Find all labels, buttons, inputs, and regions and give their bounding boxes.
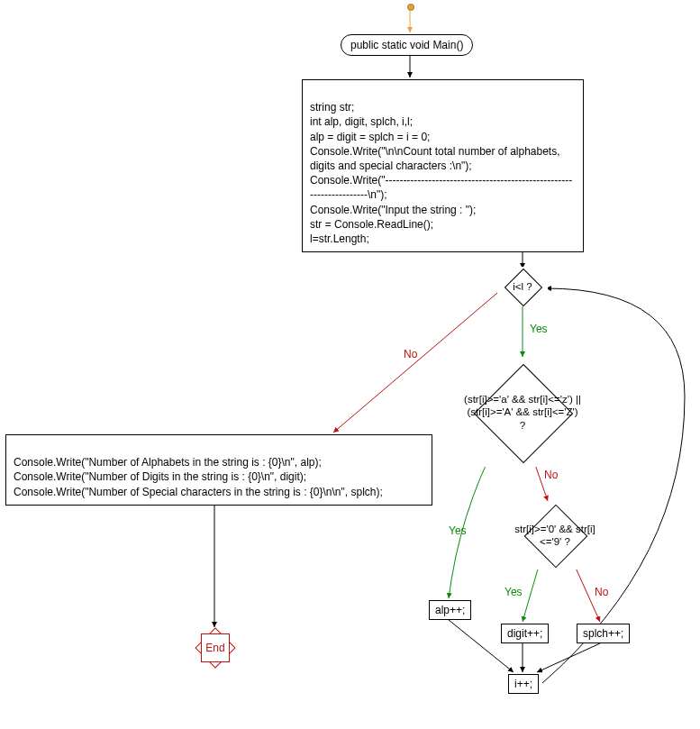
init-block-text: string str; int alp, digit, splch, i,l; … [310, 101, 572, 245]
loop-yes-label: Yes [530, 323, 548, 335]
main-function-node: public static void Main() [341, 34, 473, 56]
alp-increment-text: alp++; [429, 600, 471, 620]
svg-line-5 [523, 566, 539, 622]
output-block-text: Console.Write("Number of Alphabets in th… [14, 456, 383, 497]
end-node: End [196, 629, 232, 665]
end-text: End [205, 642, 224, 654]
digit-yes-label: Yes [505, 586, 523, 598]
alpha-no-label: No [544, 469, 558, 481]
splch-increment-text: splch++; [577, 624, 630, 643]
alpha-condition-text: (str[i]>='a' && str[i]<='z') || (str[i]>… [464, 393, 581, 432]
loop-no-label: No [404, 348, 417, 360]
start-dot [407, 4, 414, 11]
loop-condition-text: i<l ? [497, 280, 548, 293]
output-block-node: Console.Write("Number of Alphabets in th… [5, 434, 432, 506]
digit-condition-node: str[i]>='0' && str[i]<='9' ? [501, 501, 609, 570]
digit-increment-node: digit++; [501, 624, 549, 643]
digit-increment-text: digit++; [501, 624, 549, 643]
digit-condition-text: str[i]>='0' && str[i]<='9' ? [505, 523, 605, 549]
splch-increment-node: splch++; [577, 624, 630, 643]
alpha-yes-label: Yes [449, 524, 467, 537]
alpha-condition-node: (str[i]>='a' && str[i]<='z') || (str[i]>… [459, 359, 586, 467]
alp-increment-node: alp++; [429, 600, 471, 620]
init-block-node: string str; int alp, digit, splch, i,l; … [302, 79, 584, 252]
i-increment-node: i++; [508, 674, 539, 694]
loop-condition-node: i<l ? [497, 267, 548, 306]
main-function-label: public static void Main() [350, 39, 463, 51]
i-increment-text: i++; [508, 674, 539, 694]
digit-no-label: No [595, 586, 608, 598]
